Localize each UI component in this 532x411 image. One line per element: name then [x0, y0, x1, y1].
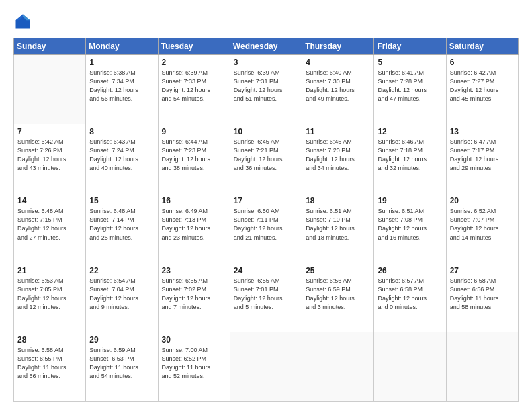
week-row-5: 28Sunrise: 6:58 AM Sunset: 6:55 PM Dayli…	[14, 332, 519, 401]
day-number: 2	[162, 58, 226, 67]
day-number: 21	[17, 266, 82, 275]
day-info: Sunrise: 6:43 AM Sunset: 7:24 PM Dayligh…	[89, 138, 154, 173]
day-info: Sunrise: 6:48 AM Sunset: 7:15 PM Dayligh…	[17, 207, 82, 242]
day-cell: 22Sunrise: 6:54 AM Sunset: 7:04 PM Dayli…	[86, 263, 158, 332]
day-cell: 25Sunrise: 6:56 AM Sunset: 6:59 PM Dayli…	[302, 263, 374, 332]
day-number: 11	[306, 127, 370, 136]
day-cell: 3Sunrise: 6:39 AM Sunset: 7:31 PM Daylig…	[230, 55, 302, 124]
day-info: Sunrise: 6:54 AM Sunset: 7:04 PM Dayligh…	[89, 277, 154, 312]
day-cell: 11Sunrise: 6:45 AM Sunset: 7:20 PM Dayli…	[302, 124, 374, 193]
week-row-2: 7Sunrise: 6:42 AM Sunset: 7:26 PM Daylig…	[14, 124, 519, 193]
day-info: Sunrise: 6:58 AM Sunset: 6:56 PM Dayligh…	[450, 277, 515, 312]
weekday-friday: Friday	[374, 38, 446, 55]
week-row-1: 1Sunrise: 6:38 AM Sunset: 7:34 PM Daylig…	[14, 55, 519, 124]
day-info: Sunrise: 6:50 AM Sunset: 7:11 PM Dayligh…	[234, 207, 298, 242]
weekday-thursday: Thursday	[302, 38, 374, 55]
weekday-wednesday: Wednesday	[230, 38, 302, 55]
day-cell: 27Sunrise: 6:58 AM Sunset: 6:56 PM Dayli…	[446, 263, 518, 332]
day-number: 13	[450, 127, 515, 136]
day-cell	[374, 332, 446, 401]
day-cell: 12Sunrise: 6:46 AM Sunset: 7:18 PM Dayli…	[374, 124, 446, 193]
day-number: 30	[162, 335, 226, 345]
day-cell: 7Sunrise: 6:42 AM Sunset: 7:26 PM Daylig…	[14, 124, 86, 193]
day-number: 17	[234, 196, 298, 205]
day-info: Sunrise: 6:48 AM Sunset: 7:14 PM Dayligh…	[89, 207, 154, 242]
day-cell: 13Sunrise: 6:47 AM Sunset: 7:17 PM Dayli…	[446, 124, 518, 193]
day-info: Sunrise: 6:55 AM Sunset: 7:02 PM Dayligh…	[162, 277, 226, 312]
day-info: Sunrise: 6:44 AM Sunset: 7:23 PM Dayligh…	[162, 138, 226, 173]
day-info: Sunrise: 6:47 AM Sunset: 7:17 PM Dayligh…	[450, 138, 515, 173]
weekday-sunday: Sunday	[14, 38, 86, 55]
day-cell: 21Sunrise: 6:53 AM Sunset: 7:05 PM Dayli…	[14, 263, 86, 332]
logo	[13, 12, 35, 31]
day-number: 22	[89, 266, 154, 275]
day-number: 7	[17, 127, 82, 136]
day-cell: 28Sunrise: 6:58 AM Sunset: 6:55 PM Dayli…	[14, 332, 86, 401]
day-cell	[14, 55, 86, 124]
day-cell: 4Sunrise: 6:40 AM Sunset: 7:30 PM Daylig…	[302, 55, 374, 124]
day-number: 19	[378, 196, 442, 205]
day-number: 6	[450, 58, 515, 67]
day-info: Sunrise: 6:42 AM Sunset: 7:27 PM Dayligh…	[450, 68, 515, 103]
day-cell: 6Sunrise: 6:42 AM Sunset: 7:27 PM Daylig…	[446, 55, 518, 124]
day-cell: 15Sunrise: 6:48 AM Sunset: 7:14 PM Dayli…	[86, 193, 158, 263]
day-cell: 17Sunrise: 6:50 AM Sunset: 7:11 PM Dayli…	[230, 193, 302, 263]
day-cell	[302, 332, 374, 401]
day-info: Sunrise: 6:52 AM Sunset: 7:07 PM Dayligh…	[450, 207, 515, 242]
day-number: 12	[378, 127, 442, 136]
day-info: Sunrise: 6:45 AM Sunset: 7:20 PM Dayligh…	[306, 138, 370, 173]
day-cell: 16Sunrise: 6:49 AM Sunset: 7:13 PM Dayli…	[158, 193, 230, 263]
day-info: Sunrise: 6:49 AM Sunset: 7:13 PM Dayligh…	[162, 207, 226, 242]
day-cell: 30Sunrise: 7:00 AM Sunset: 6:52 PM Dayli…	[158, 332, 230, 401]
day-info: Sunrise: 6:59 AM Sunset: 6:53 PM Dayligh…	[89, 346, 154, 381]
day-info: Sunrise: 6:41 AM Sunset: 7:28 PM Dayligh…	[378, 68, 442, 103]
day-info: Sunrise: 6:42 AM Sunset: 7:26 PM Dayligh…	[17, 138, 82, 173]
day-number: 14	[17, 196, 82, 205]
week-row-4: 21Sunrise: 6:53 AM Sunset: 7:05 PM Dayli…	[14, 263, 519, 332]
day-number: 26	[378, 266, 442, 275]
day-info: Sunrise: 6:40 AM Sunset: 7:30 PM Dayligh…	[306, 68, 370, 103]
day-info: Sunrise: 6:38 AM Sunset: 7:34 PM Dayligh…	[89, 68, 154, 103]
weekday-monday: Monday	[86, 38, 158, 55]
day-cell	[446, 332, 518, 401]
day-number: 4	[306, 58, 370, 67]
weekday-header-row: SundayMondayTuesdayWednesdayThursdayFrid…	[14, 38, 519, 55]
day-cell: 8Sunrise: 6:43 AM Sunset: 7:24 PM Daylig…	[86, 124, 158, 193]
day-number: 20	[450, 196, 515, 205]
day-cell: 9Sunrise: 6:44 AM Sunset: 7:23 PM Daylig…	[158, 124, 230, 193]
day-info: Sunrise: 6:46 AM Sunset: 7:18 PM Dayligh…	[378, 138, 442, 173]
day-number: 28	[17, 335, 82, 345]
day-number: 5	[378, 58, 442, 67]
day-number: 10	[234, 127, 298, 136]
day-number: 8	[89, 127, 154, 136]
day-info: Sunrise: 6:55 AM Sunset: 7:01 PM Dayligh…	[234, 277, 298, 312]
header	[13, 12, 519, 31]
day-cell	[230, 332, 302, 401]
day-number: 23	[162, 266, 226, 275]
day-info: Sunrise: 6:39 AM Sunset: 7:31 PM Dayligh…	[234, 68, 298, 103]
page: SundayMondayTuesdayWednesdayThursdayFrid…	[0, 0, 532, 411]
day-number: 27	[450, 266, 515, 275]
weekday-tuesday: Tuesday	[158, 38, 230, 55]
day-cell: 18Sunrise: 6:51 AM Sunset: 7:10 PM Dayli…	[302, 193, 374, 263]
day-info: Sunrise: 6:53 AM Sunset: 7:05 PM Dayligh…	[17, 277, 82, 312]
day-cell: 1Sunrise: 6:38 AM Sunset: 7:34 PM Daylig…	[86, 55, 158, 124]
day-cell: 2Sunrise: 6:39 AM Sunset: 7:33 PM Daylig…	[158, 55, 230, 124]
day-number: 16	[162, 196, 226, 205]
day-cell: 14Sunrise: 6:48 AM Sunset: 7:15 PM Dayli…	[14, 193, 86, 263]
day-info: Sunrise: 7:00 AM Sunset: 6:52 PM Dayligh…	[162, 346, 226, 381]
day-info: Sunrise: 6:56 AM Sunset: 6:59 PM Dayligh…	[306, 277, 370, 312]
day-number: 24	[234, 266, 298, 275]
day-info: Sunrise: 6:57 AM Sunset: 6:58 PM Dayligh…	[378, 277, 442, 312]
day-number: 25	[306, 266, 370, 275]
day-info: Sunrise: 6:58 AM Sunset: 6:55 PM Dayligh…	[17, 346, 82, 381]
day-number: 9	[162, 127, 226, 136]
weekday-saturday: Saturday	[446, 38, 518, 55]
day-cell: 20Sunrise: 6:52 AM Sunset: 7:07 PM Dayli…	[446, 193, 518, 263]
day-info: Sunrise: 6:51 AM Sunset: 7:08 PM Dayligh…	[378, 207, 442, 242]
day-info: Sunrise: 6:39 AM Sunset: 7:33 PM Dayligh…	[162, 68, 226, 103]
day-cell: 10Sunrise: 6:45 AM Sunset: 7:21 PM Dayli…	[230, 124, 302, 193]
day-info: Sunrise: 6:51 AM Sunset: 7:10 PM Dayligh…	[306, 207, 370, 242]
calendar-table: SundayMondayTuesdayWednesdayThursdayFrid…	[13, 38, 519, 402]
day-number: 29	[89, 335, 154, 345]
